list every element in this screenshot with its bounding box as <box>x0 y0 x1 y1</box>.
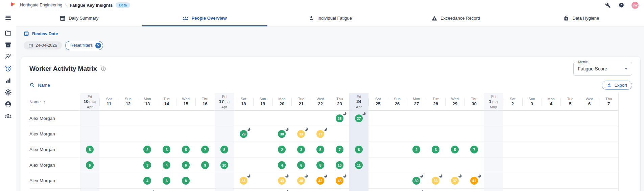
fatigue-score-badge[interactable]: 3 <box>432 146 439 153</box>
matrix-cell[interactable]: 33 <box>234 173 253 188</box>
matrix-cell[interactable]: 4 <box>157 157 176 173</box>
matrix-cell[interactable]: 3 <box>138 157 157 173</box>
matrix-cell[interactable]: 33 <box>291 126 311 142</box>
review-date-label[interactable]: Review Date <box>24 30 644 37</box>
sidebar-item-archive[interactable] <box>4 41 12 48</box>
tab-people-overview[interactable]: People Overview <box>142 10 267 26</box>
matrix-cell[interactable]: 2 <box>407 142 426 157</box>
matrix-cell[interactable]: 30 <box>272 126 292 142</box>
breadcrumb-org-link[interactable]: Northgate Engineering <box>20 3 62 7</box>
matrix-cell[interactable]: 3 <box>426 142 445 157</box>
fatigue-score-badge[interactable]: 30 <box>412 177 420 185</box>
name-search-input[interactable]: Name <box>29 82 50 88</box>
fatigue-score-badge[interactable]: 33 <box>297 130 305 138</box>
user-avatar[interactable]: LW <box>631 2 639 9</box>
matrix-cell[interactable]: 5 <box>176 142 195 157</box>
matrix-cell[interactable]: 41 <box>464 173 484 188</box>
matrix-cell[interactable]: 8 <box>349 142 368 157</box>
fatigue-score-badge[interactable]: 27 <box>355 114 363 122</box>
fatigue-score-badge[interactable]: 9 <box>201 161 209 169</box>
fatigue-score-badge[interactable]: 2 <box>412 146 420 153</box>
export-button[interactable]: Export <box>602 81 632 90</box>
fatigue-score-badge[interactable]: 3 <box>143 161 151 169</box>
matrix-cell[interactable]: 42 <box>311 173 330 188</box>
fatigue-score-badge[interactable]: 4 <box>278 161 286 169</box>
matrix-cell[interactable]: 6 <box>80 157 99 173</box>
fatigue-score-badge[interactable]: 6 <box>86 161 94 169</box>
matrix-cell[interactable]: 7 <box>330 142 349 157</box>
sidebar-item-bar-chart[interactable] <box>4 77 12 84</box>
date-filter-chip[interactable]: 24-04-2026 <box>24 41 62 49</box>
tools-wrench-icon[interactable] <box>605 2 611 8</box>
matrix-cell[interactable]: 38 <box>291 173 311 188</box>
fatigue-score-badge[interactable]: 3 <box>163 146 170 153</box>
fatigue-score-badge[interactable]: 3 <box>297 146 305 153</box>
matrix-cell[interactable]: 8 <box>80 142 99 157</box>
matrix-cell[interactable] <box>272 189 292 191</box>
fatigue-score-badge[interactable]: 6 <box>182 161 190 169</box>
fatigue-score-badge[interactable]: 8 <box>182 177 190 185</box>
sidebar-item-menu[interactable] <box>4 14 12 21</box>
matrix-cell[interactable]: 8 <box>311 157 330 173</box>
sidebar-item-alarm[interactable] <box>4 65 12 72</box>
matrix-cell[interactable] <box>407 189 426 191</box>
fatigue-score-badge[interactable]: 10 <box>336 161 343 169</box>
matrix-cell[interactable]: 4 <box>272 157 292 173</box>
fatigue-score-badge[interactable]: 10 <box>220 161 228 169</box>
fatigue-score-badge[interactable]: 45 <box>336 177 343 185</box>
matrix-cell[interactable]: 33 <box>272 173 292 188</box>
fatigue-score-badge[interactable]: 8 <box>316 161 324 169</box>
fatigue-score-badge[interactable]: 6 <box>163 177 170 185</box>
sidebar-item-account[interactable] <box>4 101 12 108</box>
close-icon[interactable]: ✕ <box>95 43 101 48</box>
fatigue-score-badge[interactable]: 29 <box>240 130 247 138</box>
tab-exceedance-record[interactable]: Exceedance Record <box>393 10 518 26</box>
fatigue-score-badge[interactable]: 2 <box>143 146 151 153</box>
fatigue-score-badge[interactable]: 5 <box>182 146 190 153</box>
fatigue-score-badge[interactable]: 37 <box>451 177 459 185</box>
fatigue-score-badge[interactable]: 8 <box>220 146 228 153</box>
fatigue-score-badge[interactable]: 37 <box>316 130 324 138</box>
matrix-cell[interactable]: 7 <box>195 142 215 157</box>
fatigue-score-badge[interactable]: 33 <box>278 177 286 185</box>
matrix-cell[interactable]: 5 <box>311 142 330 157</box>
matrix-cell[interactable] <box>138 189 157 191</box>
fatigue-score-badge[interactable]: 8 <box>86 146 94 153</box>
matrix-cell[interactable]: 11 <box>349 157 368 173</box>
fatigue-score-badge[interactable]: 26 <box>336 114 343 122</box>
matrix-cell[interactable]: 26 <box>330 111 349 126</box>
metric-select[interactable]: Metric Fatigue Score <box>573 62 632 76</box>
name-column-header[interactable]: Name↑ <box>29 93 80 110</box>
matrix-cell[interactable]: 10 <box>330 157 349 173</box>
matrix-cell[interactable]: 7 <box>464 142 484 157</box>
fatigue-score-badge[interactable]: 4 <box>143 177 151 185</box>
help-icon[interactable]: ? <box>618 2 624 8</box>
matrix-cell[interactable]: 2 <box>138 142 157 157</box>
sidebar-item-folder[interactable] <box>4 29 12 37</box>
fatigue-score-badge[interactable]: 33 <box>432 177 439 185</box>
matrix-cell[interactable]: 37 <box>445 173 464 188</box>
tab-daily-summary[interactable]: Daily Summary <box>16 10 142 26</box>
fatigue-score-badge[interactable]: 7 <box>470 146 478 153</box>
matrix-cell[interactable]: 3 <box>291 142 311 157</box>
fatigue-score-badge[interactable]: 42 <box>316 177 324 185</box>
matrix-cell[interactable]: 6 <box>157 173 176 188</box>
matrix-cell[interactable]: 2 <box>272 142 292 157</box>
tab-individual-fatigue[interactable]: Individual Fatigue <box>267 10 393 26</box>
matrix-cell[interactable]: 6 <box>176 157 195 173</box>
sidebar-item-trend[interactable] <box>4 53 12 60</box>
matrix-cell[interactable]: 10 <box>215 157 234 173</box>
fatigue-score-badge[interactable]: 30 <box>278 130 286 138</box>
fatigue-score-badge[interactable]: 11 <box>355 161 363 169</box>
matrix-cell[interactable]: 5 <box>445 142 464 157</box>
matrix-cell[interactable]: 4 <box>138 173 157 188</box>
fatigue-score-badge[interactable]: 2 <box>278 146 286 153</box>
fatigue-score-badge[interactable]: 6 <box>297 161 305 169</box>
matrix-cell[interactable]: 6 <box>291 157 311 173</box>
matrix-cell[interactable]: 8 <box>215 142 234 157</box>
fatigue-score-badge[interactable]: 7 <box>201 146 209 153</box>
info-icon[interactable] <box>101 66 106 71</box>
fatigue-score-badge[interactable]: 5 <box>316 146 324 153</box>
fatigue-score-badge[interactable]: 7 <box>336 146 343 153</box>
fatigue-score-badge[interactable]: 5 <box>451 146 459 153</box>
